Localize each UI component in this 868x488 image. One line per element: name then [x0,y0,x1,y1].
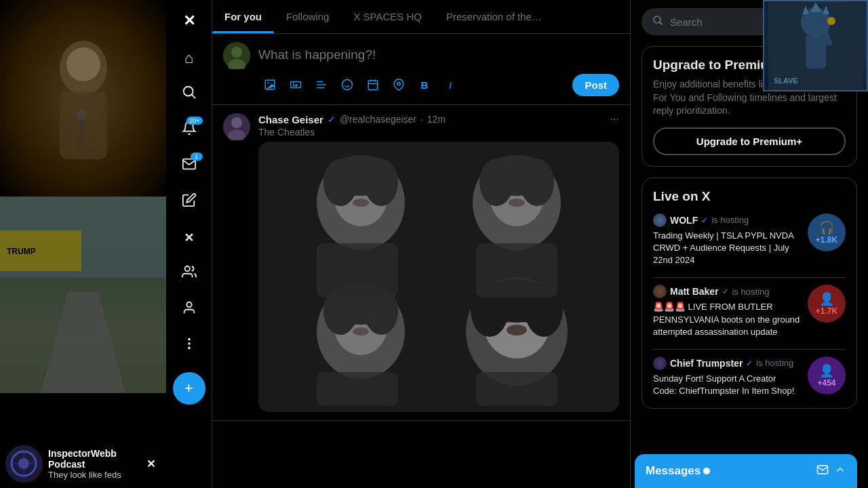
live-wolf-avatar [653,214,667,227]
tweet-handle[interactable]: @realchasegeiser [340,114,416,125]
svg-point-55 [323,159,357,206]
notification-count: 20+ [186,117,202,125]
svg-line-89 [660,22,663,25]
svg-point-4 [76,110,87,121]
tab-for-you[interactable]: For you [212,0,274,33]
messages-compose-icon[interactable] [816,464,829,479]
live-chief-verified-icon: ✓ [746,359,753,368]
video-panel-bottom: TRUMP [0,197,166,393]
x-logo[interactable]: ✕ [178,7,201,35]
messages-collapse-icon[interactable] [834,464,846,479]
upgrade-button[interactable]: Upgrade to Premium+ [653,127,846,155]
tweet-more-button[interactable]: ··· [610,113,619,125]
svg-point-35 [267,82,269,83]
top-right-avatar: SLAVE [763,0,868,92]
bold-tool-icon[interactable]: B [413,73,436,96]
live-chief-description: Sunday Fort! Support A Creator Code: Chi… [653,373,801,397]
live-matt-host-row: Matt Baker ✓ is hosting [653,285,801,298]
tweet-item: Chase Geiser ✓ @realchasegeiser · 12m ··… [212,105,630,421]
twitter-main: SLAVE ✕ ⌂ 20+ [166,0,868,488]
podcast-avatar [5,445,43,483]
search-icon [182,85,197,104]
tab-spaces-hq[interactable]: X SPACES HQ [341,0,434,33]
sidebar-item-home[interactable]: ⌂ [173,42,205,75]
live-chief-hosting-label: is hosting [756,358,793,368]
compose-fab-button[interactable]: + [173,372,205,405]
sidebar-item-explore[interactable] [173,78,205,110]
tab-following[interactable]: Following [274,0,341,33]
pencil-icon [182,192,197,211]
messages-text: Messages [646,464,701,477]
svg-point-30 [189,348,190,349]
live-wolf-avatar-badge: 🎧 [819,220,834,235]
svg-line-25 [191,95,195,99]
schedule-tool-icon[interactable] [361,73,384,96]
live-item-matt[interactable]: Matt Baker ✓ is hosting 🚨🚨🚨 LIVE FROM BU… [653,285,846,338]
emoji-tool-icon[interactable] [336,73,359,96]
svg-text:SLAVE: SLAVE [774,77,798,85]
live-chief-name: Chief Trumpster [670,358,743,369]
live-matt-count: +1.7K [816,306,837,316]
live-chief-info: Chief Trumpster ✓ is hosting Sunday Fort… [653,357,801,397]
sidebar-item-xlogo[interactable]: ✕ [173,222,205,254]
location-tool-icon[interactable] [387,73,410,96]
italic-tool-icon[interactable]: I [439,73,462,96]
image-tool-icon[interactable] [258,73,281,96]
messages-label: Messages [646,464,810,478]
svg-point-49 [231,117,242,128]
tab-preservation[interactable]: Preservation of the Human Race [434,0,556,33]
svg-rect-87 [476,372,557,406]
live-wolf-info: WOLF ✓ is hosting Trading Weekly | TSLA … [653,214,801,267]
svg-rect-43 [368,81,378,90]
post-button[interactable]: Post [572,74,619,96]
live-chief-count-badge: 👤 +454 [808,357,846,394]
messages-icons [816,464,846,479]
svg-point-22 [827,17,835,25]
live-wolf-hosting-label: is hosting [711,215,749,225]
svg-point-28 [189,343,190,344]
search-bar-icon [652,15,663,28]
live-item-chief[interactable]: Chief Trumpster ✓ is hosting Sunday Fort… [653,357,846,397]
gif-tool-icon[interactable] [284,73,307,96]
tweet-header: Chase Geiser ✓ @realchasegeiser · 12m ··… [258,113,619,125]
live-wolf-count-badge: 🎧 +1.8K [808,214,846,251]
live-matt-info: Matt Baker ✓ is hosting 🚨🚨🚨 LIVE FROM BU… [653,285,801,338]
live-on-x-section: Live on X WOLF ✓ is hosting Trading Week… [642,178,857,409]
compose-placeholder[interactable]: What is happening?! [258,42,619,68]
messages-bar[interactable]: Messages [635,454,857,488]
svg-point-24 [183,87,193,96]
svg-point-47 [397,82,401,85]
x-icon: ✕ [184,230,194,245]
live-chief-host-row: Chief Trumpster ✓ is hosting [653,357,801,370]
live-matt-avatar-badge: 👤 [819,291,834,306]
tweet-time: · [420,114,423,125]
poll-tool-icon[interactable] [310,73,333,96]
messages-dot-indicator [703,468,710,474]
live-matt-avatar [653,285,667,298]
tweet-author-name[interactable]: Chase Geiser [258,114,323,125]
sidebar: ✕ ⌂ 20+ [166,0,212,488]
tweet-image[interactable] [258,142,619,412]
video-person [0,0,166,197]
podcast-notification[interactable]: InspectorWebb Podcast They look like fed… [0,440,166,488]
sidebar-item-profile[interactable] [173,293,205,326]
live-wolf-name: WOLF [670,215,698,226]
live-divider-2 [653,349,846,350]
home-icon: ⌂ [184,49,193,67]
live-chief-avatar [653,357,667,370]
svg-point-74 [367,321,372,326]
live-item-wolf[interactable]: WOLF ✓ is hosting Trading Weekly | TSLA … [653,214,846,267]
left-video-panels: TRUMP InspectorWebb Podcast They look li… [0,0,166,488]
live-matt-verified-icon: ✓ [722,287,729,296]
sidebar-item-more[interactable] [173,329,205,362]
svg-rect-84 [317,243,398,298]
compose-fab-icon: + [184,380,193,397]
sidebar-item-compose[interactable] [173,186,205,218]
sidebar-item-messages[interactable]: 1 [173,150,205,182]
sidebar-item-notifications[interactable]: 20+ [173,114,205,146]
svg-point-83 [507,325,527,336]
svg-point-66 [523,192,528,197]
tweet-user-avatar[interactable] [223,113,250,140]
sidebar-item-communities[interactable] [173,258,205,290]
live-matt-count-badge: 👤 +1.7K [808,285,846,323]
